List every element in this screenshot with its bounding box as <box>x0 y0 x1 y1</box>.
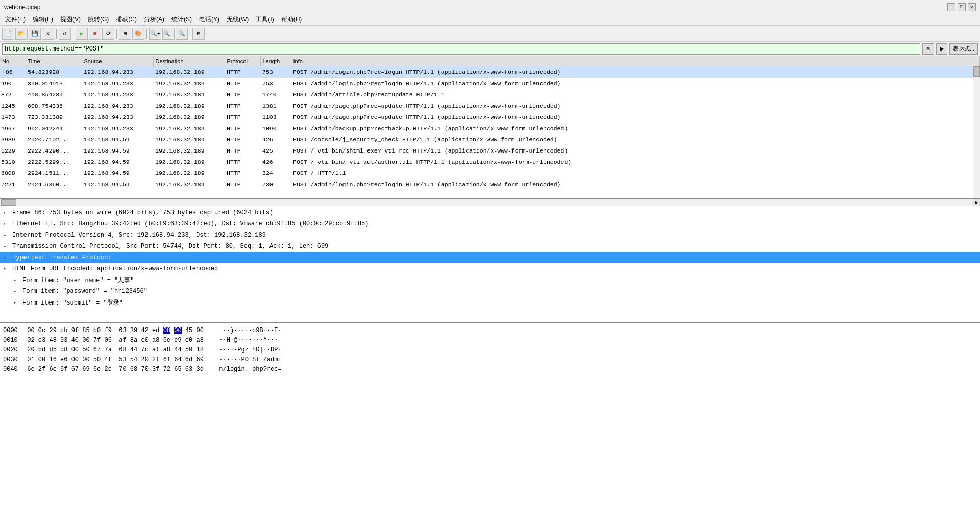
table-row[interactable]: →8654.823928192.168.94.233192.168.32.189… <box>0 66 980 78</box>
expand-icon[interactable]: ▸ <box>3 210 10 216</box>
row-source: 192.168.94.233 <box>82 89 153 100</box>
open-btn[interactable]: 📂 <box>15 28 28 40</box>
hex-row: 0010 02 e3 48 93 40 00 7f 06 af 8a c0 a8… <box>3 335 977 345</box>
reload-btn[interactable]: ↺ <box>59 28 71 40</box>
detail-row[interactable]: ▸ Internet Protocol Version 4, Src: 192.… <box>0 230 980 241</box>
row-dest: 192.168.32.189 <box>153 145 225 156</box>
row-length: 426 <box>260 156 291 167</box>
hex-offset: 0010 <box>3 337 25 344</box>
window-controls[interactable]: — □ ✕ <box>947 3 976 11</box>
zoom-out-btn[interactable]: 🔍- <box>162 28 175 40</box>
detail-row[interactable]: ▸ Form item: "user_name" = "人事" <box>0 274 980 286</box>
menu-tools[interactable]: 工具(I) <box>253 14 277 25</box>
col-time[interactable]: Time <box>26 56 82 66</box>
expand-icon[interactable]: ▾ <box>3 266 10 272</box>
expand-icon[interactable]: ▸ <box>3 243 10 249</box>
menu-capture[interactable]: 捕获(C) <box>113 14 140 25</box>
apply-filter-btn[interactable]: ▶ <box>936 43 947 55</box>
row-info: POST /admin/article.php?rec=update HTTP/… <box>291 89 980 100</box>
row-time: 723.331389 <box>26 111 82 122</box>
row-proto: HTTP <box>225 156 260 167</box>
detail-row[interactable]: ▸ Ethernet II, Src: Hangzhou_39:42:ed (b… <box>0 218 980 230</box>
filter-input[interactable] <box>2 43 920 55</box>
table-row[interactable]: 490390.014913192.168.94.233192.168.32.18… <box>0 78 980 89</box>
menu-edit[interactable]: 编辑(E) <box>30 14 56 25</box>
expand-icon[interactable]: ▸ <box>3 255 10 261</box>
hex-bytes: 20 bd d5 d8 00 50 67 7a 68 44 7c af a8 4… <box>27 346 211 354</box>
sep1 <box>56 29 57 39</box>
table-row[interactable]: 68082924.1511...192.168.94.59192.168.32.… <box>0 167 980 179</box>
filter-color-btn[interactable]: 🎨 <box>132 28 144 40</box>
hex-bytes: 02 e3 48 93 40 00 7f 06 af 8a c0 a8 5e e… <box>27 337 211 344</box>
detail-row[interactable]: ▸ Hypertext Transfer Protocol <box>0 252 980 263</box>
expr-btn[interactable]: 表达式... <box>949 43 978 55</box>
menu-phone[interactable]: 电话(Y) <box>196 14 223 25</box>
col-length[interactable]: Length <box>260 56 291 66</box>
expand-icon[interactable]: ▸ <box>13 288 20 294</box>
row-time: 962.042244 <box>26 122 82 134</box>
expand-icon[interactable]: ▸ <box>13 277 20 283</box>
menu-wireless[interactable]: 无线(W) <box>224 14 252 25</box>
row-length: 753 <box>260 66 291 78</box>
maximize-button[interactable]: □ <box>958 3 966 11</box>
menu-statistics[interactable]: 统计(S) <box>168 14 195 25</box>
zoom-reset-icon: 🔍 <box>178 30 185 37</box>
row-proto: HTTP <box>225 179 260 190</box>
expand-icon[interactable]: ▸ <box>13 299 20 306</box>
detail-panel: ▸ Frame 86: 753 bytes on wire (6024 bits… <box>0 206 980 323</box>
row-source: 192.168.94.59 <box>82 145 153 156</box>
menu-analyze[interactable]: 分析(A) <box>141 14 167 25</box>
detail-row[interactable]: ▾ HTML Form URL Encoded: application/x-w… <box>0 263 980 274</box>
minimize-button[interactable]: — <box>947 3 955 11</box>
table-row[interactable]: 872418.854289192.168.94.233192.168.32.18… <box>0 89 980 100</box>
stop-capture-btn[interactable]: ■ <box>89 28 101 40</box>
packet-list-scrollbar[interactable] <box>973 66 980 198</box>
start-capture-btn[interactable]: ▶ <box>76 28 88 40</box>
filter-list-btn[interactable]: ⊞ <box>119 28 131 40</box>
hscroll-right-btn[interactable]: ▶ <box>973 199 980 206</box>
zoom-in-btn[interactable]: 🔍+ <box>149 28 161 40</box>
col-info[interactable]: Info <box>291 56 980 66</box>
packet-list-hscroll[interactable]: ▶ <box>0 199 980 206</box>
close-button[interactable]: ✕ <box>968 3 976 11</box>
reload-icon: ↺ <box>63 30 67 37</box>
close-file-btn[interactable]: ✕ <box>42 28 54 40</box>
detail-row[interactable]: ▸ Form item: "password" = "hr123456" <box>0 286 980 297</box>
clear-filter-btn[interactable]: ✕ <box>922 43 934 55</box>
detail-row[interactable]: ▸ Form item: "submit" = "登录" <box>0 297 980 308</box>
table-row[interactable]: 53102922.5299...192.168.94.59192.168.32.… <box>0 156 980 167</box>
col-source[interactable]: Source <box>82 56 153 66</box>
row-source: 192.168.94.233 <box>82 66 153 78</box>
menu-go[interactable]: 跳转(G) <box>85 14 112 25</box>
expand-icon[interactable]: ▸ <box>3 221 10 227</box>
hex-row: 0000 00 0c 29 cb 9f 85 b0 f9 63 39 42 ed… <box>3 325 977 335</box>
menu-view[interactable]: 视图(V) <box>57 14 84 25</box>
save-icon: 💾 <box>31 30 38 37</box>
table-row[interactable]: 72212924.6360...192.168.94.59192.168.32.… <box>0 179 980 190</box>
menu-file[interactable]: 文件(E) <box>2 14 29 25</box>
menu-help[interactable]: 帮助(H) <box>278 14 305 25</box>
zoom-reset-btn[interactable]: 🔍 <box>176 28 188 40</box>
hex-highlight: 00 <box>174 327 181 334</box>
row-time: 2924.1511... <box>26 167 82 179</box>
col-dest[interactable]: Destination <box>153 56 225 66</box>
packet-list[interactable]: No. Time Source Destination Protocol Len… <box>0 56 980 199</box>
scrollbar-thumb[interactable] <box>973 66 980 77</box>
sep4 <box>146 29 147 39</box>
table-row[interactable]: 39892920.7102...192.168.94.59192.168.32.… <box>0 134 980 145</box>
restart-btn[interactable]: ⟳ <box>102 28 114 40</box>
resize-col-btn[interactable]: ⊟ <box>192 28 205 40</box>
col-proto[interactable]: Protocol <box>225 56 260 66</box>
detail-row[interactable]: ▸ Frame 86: 753 bytes on wire (6024 bits… <box>0 207 980 218</box>
table-row[interactable]: 1967962.042244192.168.94.233192.168.32.1… <box>0 122 980 134</box>
col-no[interactable]: No. <box>0 56 26 66</box>
row-info: POST / HTTP/1.1 <box>291 167 980 179</box>
new-btn[interactable]: 📄 <box>2 28 14 40</box>
table-row[interactable]: 1245608.754336192.168.94.233192.168.32.1… <box>0 100 980 111</box>
table-row[interactable]: 52292922.4290...192.168.94.59192.168.32.… <box>0 145 980 156</box>
hscroll-thumb[interactable] <box>1 199 16 206</box>
expand-icon[interactable]: ▸ <box>3 232 10 238</box>
table-row[interactable]: 1473723.331389192.168.94.233192.168.32.1… <box>0 111 980 122</box>
save-btn[interactable]: 💾 <box>29 28 41 40</box>
detail-row[interactable]: ▸ Transmission Control Protocol, Src Por… <box>0 241 980 252</box>
